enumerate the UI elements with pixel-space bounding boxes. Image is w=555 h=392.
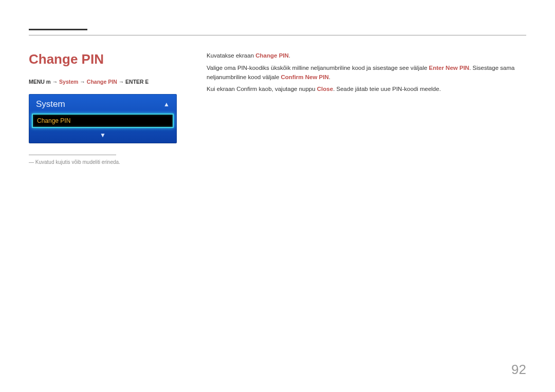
left-column: Change PIN MENU m → System → Change PIN … [29, 51, 178, 165]
footnote-separator [29, 155, 116, 155]
chevron-up-icon: ▲ [163, 101, 170, 107]
breadcrumb-arrow-3: → [117, 79, 125, 85]
chevron-down-icon: ▼ [100, 132, 106, 138]
body-p3: Kui ekraan Confirm kaob, vajutage nuppu … [207, 85, 526, 94]
enter-icon: E [145, 79, 149, 85]
footnote-marker: ― [29, 159, 34, 165]
footnote: ― Kuvatud kujutis võib mudeliti erineda. [29, 159, 178, 165]
header-rule-bold [29, 29, 87, 30]
header-rule [29, 35, 526, 35]
osd-menu-item-label: Change PIN [37, 117, 70, 124]
p3-b: Close [317, 86, 333, 92]
p1-b: Change PIN [255, 52, 289, 59]
breadcrumb-change-pin: Change PIN [87, 79, 117, 85]
breadcrumb-system: System [59, 79, 78, 85]
page: Change PIN MENU m → System → Change PIN … [0, 0, 555, 392]
breadcrumb-arrow-1: → [52, 79, 59, 85]
p3-c: . Seade jätab teie uue PIN-koodi meelde. [333, 86, 441, 92]
body-p1: Kuvatakse ekraan Change PIN. [207, 51, 526, 61]
osd-menu: System ▲ Change PIN ▼ [29, 94, 177, 143]
osd-menu-title: System [36, 99, 65, 109]
p1-c: . [289, 52, 290, 59]
p2-b: Enter New PIN [429, 65, 470, 71]
content-columns: Change PIN MENU m → System → Change PIN … [29, 51, 526, 165]
p3-a: Kui ekraan Confirm kaob, vajutage nuppu [207, 86, 317, 92]
breadcrumb-arrow-2: → [78, 79, 86, 85]
breadcrumb-menu: MENU [29, 79, 45, 85]
osd-menu-header: System ▲ [29, 94, 177, 114]
breadcrumb: MENU m → System → Change PIN → ENTER E [29, 79, 178, 85]
footnote-text: Kuvatud kujutis võib mudeliti erineda. [35, 159, 120, 165]
body-p2: Valige oma PIN-koodiks ükskõik milline n… [207, 64, 526, 82]
osd-menu-body: Change PIN [29, 114, 177, 130]
osd-menu-item-selected: Change PIN [32, 114, 174, 128]
p1-a: Kuvatakse ekraan [207, 52, 255, 59]
p2-a: Valige oma PIN-koodiks ükskõik milline n… [207, 65, 429, 71]
page-title: Change PIN [29, 51, 178, 67]
right-column: Kuvatakse ekraan Change PIN. Valige oma … [207, 51, 526, 165]
page-number: 92 [511, 362, 526, 378]
osd-menu-footer: ▼ [29, 130, 177, 143]
breadcrumb-enter: ENTER [125, 79, 144, 85]
menu-icon: m [46, 79, 51, 85]
p2-e: . [329, 74, 330, 80]
p2-d: Confirm New PIN [281, 74, 328, 80]
